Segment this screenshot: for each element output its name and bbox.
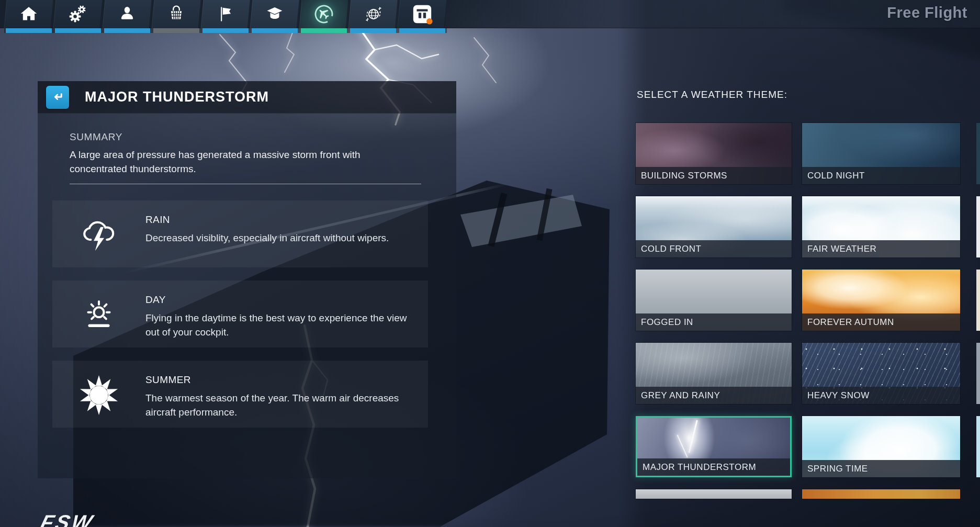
clipped-theme-card[interactable] [976, 343, 980, 404]
theme-label: MAJOR THUNDERSTORM [643, 462, 756, 473]
theme-label: GREY AND RAINY [641, 390, 720, 401]
theme-label-bar: FOGGED IN [636, 313, 792, 331]
feature-row: DAY Flying in the daytime is the best wa… [52, 281, 428, 347]
multiplayer-icon [348, 0, 398, 28]
theme-card-cold-night[interactable]: COLD NIGHT [802, 123, 960, 184]
feature-title: RAIN [145, 214, 413, 226]
theme-label: HEAVY SNOW [807, 390, 870, 401]
tab-underline [153, 28, 199, 33]
free-flight-weather-screen: Free Flight MAJOR THUNDERSTORM SUMMARY A… [0, 0, 980, 527]
nav-tab-companion-app[interactable] [398, 0, 447, 33]
nav-tab-flag[interactable] [201, 0, 250, 33]
nav-tab-profile[interactable] [103, 0, 152, 33]
theme-label: COLD NIGHT [807, 171, 865, 181]
detail-title: MAJOR THUNDERSTORM [85, 89, 269, 105]
theme-label-bar: HEAVY SNOW [802, 387, 960, 404]
back-button[interactable] [46, 86, 69, 109]
divider [70, 184, 421, 184]
companion-app-icon [398, 0, 447, 28]
profile-icon [103, 0, 152, 28]
sun-icon [52, 367, 145, 421]
theme-label-bar: MAJOR THUNDERSTORM [637, 458, 790, 476]
partial-theme-card[interactable] [636, 489, 792, 499]
theme-card-major-thunderstorm[interactable]: MAJOR THUNDERSTORM [636, 416, 792, 477]
feature-description: The warmest season of the year. The warm… [145, 391, 413, 419]
theme-label-bar: BUILDING STORMS [636, 167, 792, 184]
academy-icon [250, 0, 299, 28]
theme-label: SPRING TIME [807, 464, 868, 474]
theme-label: COLD FRONT [641, 244, 702, 254]
theme-label-bar: COLD NIGHT [802, 167, 960, 184]
feature-description: Flying in the daytime is the best way to… [145, 311, 413, 339]
theme-card-forever-autumn[interactable]: FOREVER AUTUMN [802, 270, 960, 331]
theme-card-fair-weather[interactable]: FAIR WEATHER [802, 196, 960, 257]
home-icon [4, 0, 53, 28]
sunrise-icon [52, 287, 145, 341]
clipped-theme-card[interactable] [976, 270, 980, 331]
nav-tabs [4, 0, 447, 33]
detail-panel-header: MAJOR THUNDERSTORM [38, 81, 456, 114]
free-flight-icon [299, 0, 348, 28]
feature-text: DAY Flying in the daytime is the best wa… [145, 287, 428, 341]
tab-underline [55, 28, 101, 33]
feature-row: RAIN Decreased visiblity, especially in … [52, 200, 428, 267]
nav-tab-free-flight[interactable] [299, 0, 348, 33]
feature-text: RAIN Decreased visiblity, especially in … [145, 207, 428, 261]
theme-label-bar: GREY AND RAINY [636, 387, 792, 404]
summary-text: A large area of pressure has generated a… [70, 148, 412, 176]
partial-theme-card[interactable] [802, 489, 960, 499]
tab-underline [6, 28, 52, 33]
tab-underline [104, 28, 150, 33]
tab-underline [350, 28, 396, 33]
settings-icon [53, 0, 103, 28]
theme-label: FOREVER AUTUMN [807, 317, 894, 328]
flag-icon [201, 0, 250, 28]
feature-text: SUMMER The warmest season of the year. T… [145, 367, 428, 421]
nav-tab-multiplayer[interactable] [348, 0, 398, 33]
nav-tab-home[interactable] [4, 0, 53, 33]
theme-label: FOGGED IN [641, 317, 693, 328]
store-icon [152, 0, 201, 28]
clipped-theme-card[interactable] [976, 123, 980, 184]
weather-theme-grid: BUILDING STORMS COLD NIGHT COLD FRONT [636, 123, 960, 477]
storm-cloud-icon [52, 207, 145, 261]
feature-row: SUMMER The warmest season of the year. T… [52, 361, 428, 428]
feature-list: RAIN Decreased visiblity, especially in … [52, 200, 428, 441]
theme-label-bar: COLD FRONT [636, 240, 792, 257]
feature-title: DAY [145, 294, 413, 306]
theme-label-bar: SPRING TIME [802, 460, 960, 477]
theme-card-grey-and-rainy[interactable]: GREY AND RAINY [636, 343, 792, 404]
weather-detail-panel: MAJOR THUNDERSTORM SUMMARY A large area … [38, 81, 456, 478]
theme-card-fogged-in[interactable]: FOGGED IN [636, 270, 792, 331]
tab-underline [301, 28, 347, 33]
theme-label: BUILDING STORMS [641, 171, 727, 181]
tab-underline [252, 28, 298, 33]
nav-tab-settings[interactable] [53, 0, 103, 33]
page-title: Free Flight [887, 4, 967, 21]
feature-title: SUMMER [145, 374, 413, 386]
theme-label-bar: FAIR WEATHER [802, 240, 960, 257]
summary-label: SUMMARY [70, 131, 425, 143]
theme-card-heavy-snow[interactable]: HEAVY SNOW [802, 343, 960, 404]
summary-block: SUMMARY A large area of pressure has gen… [70, 131, 425, 176]
tab-underline [399, 28, 445, 33]
feature-description: Decreased visiblity, especially in aircr… [145, 231, 413, 245]
nav-tab-academy[interactable] [250, 0, 299, 33]
tab-underline [202, 28, 249, 33]
nav-tab-store[interactable] [152, 0, 201, 33]
top-navigation: Free Flight [0, 0, 980, 33]
weather-theme-heading: SELECT A WEATHER THEME: [637, 89, 787, 100]
theme-label-bar: FOREVER AUTUMN [802, 313, 960, 331]
theme-card-spring-time[interactable]: SPRING TIME [802, 416, 960, 477]
theme-card-building-storms[interactable]: BUILDING STORMS [636, 123, 792, 184]
clipped-theme-card[interactable] [976, 416, 980, 477]
clipped-theme-card[interactable] [976, 196, 980, 257]
theme-label: FAIR WEATHER [807, 244, 876, 254]
theme-card-cold-front[interactable]: COLD FRONT [636, 196, 792, 257]
fsw-logo: FSW [38, 511, 97, 527]
